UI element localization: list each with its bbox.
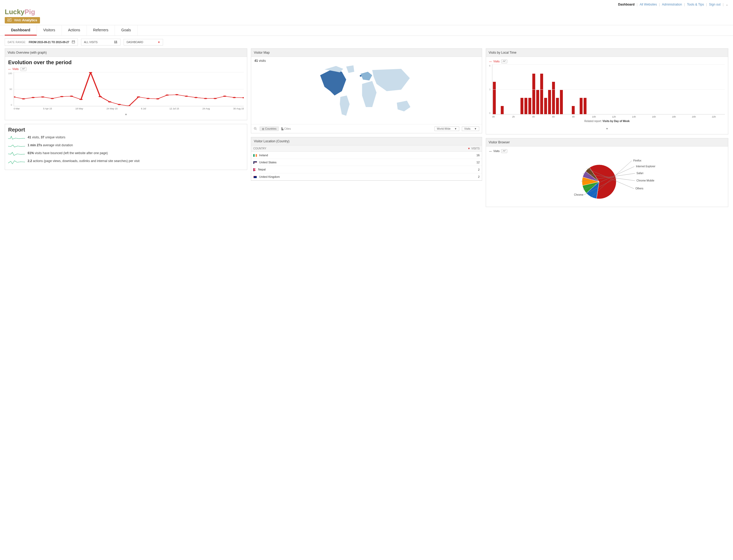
card-title: Visitor Map (251, 49, 482, 57)
tab-goals[interactable]: Goals (115, 25, 138, 36)
report-text: 2.2 actions (page views, downloads, outl… (28, 159, 140, 163)
svg-point-28 (214, 98, 217, 99)
tab-actions[interactable]: Actions (62, 25, 87, 36)
svg-point-32 (360, 75, 362, 77)
country-table: COUNTRY ▼VISITS Ireland16United States12… (251, 145, 482, 180)
svg-point-25 (185, 96, 188, 97)
tab-visitors[interactable]: Visitors (37, 25, 62, 36)
main-tabs: Dashboard Visitors Actions Referrers Goa… (0, 25, 733, 36)
segment-selector[interactable]: ALL VISITS (81, 39, 120, 46)
map-metric-select[interactable]: Visits▼ (462, 127, 479, 131)
brand-block: LuckyPig Web Analytics (0, 7, 733, 25)
evolution-line-chart[interactable] (14, 72, 244, 106)
monitor-icon (7, 18, 12, 22)
svg-point-15 (89, 72, 92, 73)
visits-local-time-card: Visits by Local Time — Visits 630 (486, 48, 728, 134)
bar-x-axis: 0h2h4h6h8h10h12h14h16h18h20h22h (492, 114, 725, 118)
flag-icon (253, 154, 257, 157)
svg-point-11 (50, 98, 54, 99)
controls-row: DATE RANGE: FROM 2015-09-21 TO 2015-09-2… (0, 36, 733, 48)
topnav-administration[interactable]: Administration (662, 3, 682, 6)
bar[interactable] (528, 98, 531, 114)
svg-rect-1 (72, 41, 75, 43)
table-row[interactable]: Nepal2 (251, 166, 482, 173)
chart-metric-picker-icon[interactable] (20, 67, 27, 71)
bar-legend: — Visits (489, 59, 725, 63)
map-countries-toggle[interactable]: ◍ Countries (260, 127, 279, 131)
world-map[interactable] (254, 64, 478, 122)
visitor-location-card: Visitor Location (Country) COUNTRY ▼VISI… (251, 137, 482, 181)
bar[interactable] (548, 90, 551, 114)
bar[interactable] (520, 98, 523, 114)
svg-text:Firefox: Firefox (633, 159, 641, 162)
report-text: 1 min 27s average visit duration (28, 143, 73, 147)
bar[interactable] (493, 82, 496, 114)
bar[interactable] (584, 98, 587, 114)
browser-pie-chart[interactable]: FirefoxInternet ExplorerSafariChrome Mob… (489, 154, 725, 204)
bar[interactable] (524, 98, 527, 114)
date-range-picker[interactable]: DATE RANGE: FROM 2015-09-21 TO 2015-09-2… (5, 38, 78, 46)
evolution-legend: — Visits (8, 67, 244, 71)
map-region-select[interactable]: World-Wide▼ (434, 127, 459, 131)
svg-point-23 (165, 94, 169, 95)
svg-point-16 (98, 96, 102, 97)
topnav-sign-out[interactable]: Sign out (709, 3, 721, 6)
card-title: Visits Overview (with graph) (5, 49, 247, 57)
svg-point-24 (175, 94, 179, 95)
topnav-dashboard[interactable]: Dashboard (618, 3, 635, 6)
expand-handle-icon[interactable]: ▾ (8, 112, 244, 117)
svg-line-34 (256, 129, 257, 130)
sort-desc-icon: ▼ (468, 147, 470, 150)
map-cities-toggle[interactable]: ▙ Cities (281, 127, 291, 130)
svg-point-14 (79, 99, 83, 100)
card-title: Visitor Browser (486, 138, 728, 147)
col-visits[interactable]: ▼VISITS (402, 145, 482, 152)
local-time-bar-chart[interactable] (492, 64, 725, 114)
svg-point-27 (204, 98, 207, 99)
report-row: 61% visits have bounced (left the websit… (8, 151, 244, 157)
bar[interactable] (560, 90, 563, 114)
topnav-all-websites[interactable]: All Websites (640, 3, 657, 6)
bar[interactable] (536, 90, 539, 114)
evolution-title: Evolution over the period (8, 59, 244, 65)
zoom-out-icon[interactable] (254, 127, 257, 131)
report-row: 2.2 actions (page views, downloads, outl… (8, 159, 244, 164)
bar[interactable] (552, 82, 555, 114)
visitor-map-card: Visitor Map 41 visits (251, 48, 482, 133)
expand-handle-icon[interactable]: ▾ (489, 126, 725, 132)
people-icon (114, 41, 118, 44)
svg-point-6 (116, 41, 117, 42)
svg-point-17 (108, 101, 112, 102)
table-row[interactable]: Ireland16 (251, 152, 482, 159)
table-row[interactable]: United States12 (251, 159, 482, 166)
chart-metric-picker-icon[interactable] (501, 59, 507, 63)
sparkline-icon (8, 135, 25, 141)
tab-referrers[interactable]: Referrers (87, 25, 115, 36)
bar[interactable] (540, 74, 543, 114)
col-country[interactable]: COUNTRY (251, 145, 402, 152)
report-text: 41 visits, 37 unique visitors (28, 135, 65, 139)
dashboard-selector[interactable]: DASHBOARD ▼ (124, 39, 163, 46)
svg-point-20 (137, 96, 140, 97)
report-row: 41 visits, 37 unique visitors (8, 135, 244, 141)
report-text: 61% visits have bounced (left the websit… (28, 151, 108, 155)
chart-metric-picker-icon[interactable] (501, 149, 507, 153)
top-nav: Dashboard | All Websites | Administratio… (0, 0, 733, 7)
city-icon: ▙ (281, 127, 284, 130)
tab-dashboard[interactable]: Dashboard (5, 25, 37, 36)
report-row: 1 min 27s average visit duration (8, 143, 244, 149)
bar[interactable] (580, 98, 583, 114)
flag-icon (253, 176, 257, 178)
chevron-down-icon[interactable]: ⌄ (726, 3, 728, 6)
svg-point-10 (41, 96, 44, 97)
bar[interactable] (532, 74, 535, 114)
bar[interactable] (556, 98, 559, 114)
bar[interactable] (501, 106, 504, 114)
table-row[interactable]: United Kingdom2 (251, 173, 482, 180)
bar[interactable] (544, 98, 547, 114)
card-title: Visitor Location (Country) (251, 137, 482, 145)
related-report-link[interactable]: Visits by Day of Week (603, 120, 630, 123)
bar[interactable] (572, 106, 575, 114)
sparkline-icon (8, 143, 25, 149)
topnav-tools-tips[interactable]: Tools & Tips (687, 3, 704, 6)
